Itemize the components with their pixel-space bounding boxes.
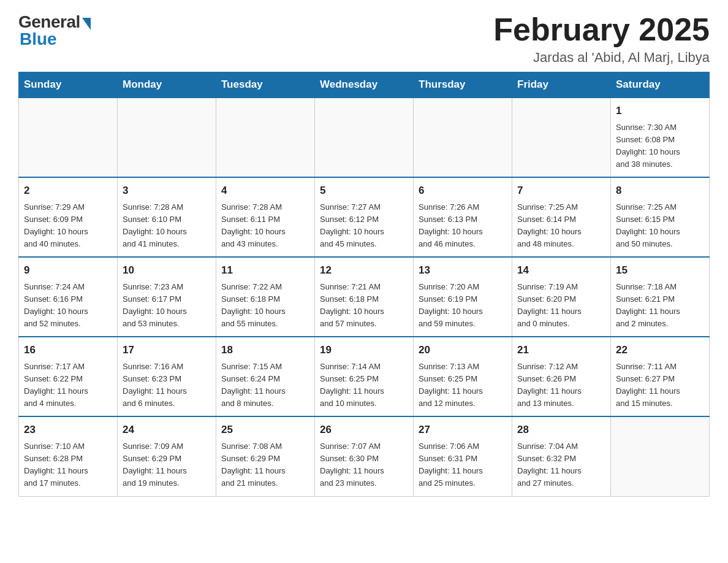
calendar-cell: 10Sunrise: 7:23 AMSunset: 6:17 PMDayligh… — [118, 257, 216, 337]
day-info: Sunrise: 7:27 AMSunset: 6:12 PMDaylight:… — [320, 201, 408, 251]
calendar-cell: 7Sunrise: 7:25 AMSunset: 6:14 PMDaylight… — [512, 177, 611, 257]
calendar-cell: 22Sunrise: 7:11 AMSunset: 6:27 PMDayligh… — [611, 337, 710, 416]
calendar-cell — [315, 98, 414, 177]
day-number: 20 — [419, 342, 507, 358]
day-info: Sunrise: 7:15 AMSunset: 6:24 PMDaylight:… — [221, 361, 309, 410]
day-info: Sunrise: 7:21 AMSunset: 6:18 PMDaylight:… — [320, 281, 408, 331]
calendar-header-saturday: Saturday — [611, 72, 710, 98]
day-number: 1 — [616, 103, 704, 119]
day-info: Sunrise: 7:04 AMSunset: 6:32 PMDaylight:… — [517, 440, 605, 490]
calendar-cell: 26Sunrise: 7:07 AMSunset: 6:30 PMDayligh… — [315, 416, 414, 496]
day-info: Sunrise: 7:24 AMSunset: 6:16 PMDaylight:… — [24, 281, 112, 331]
calendar-week-row: 23Sunrise: 7:10 AMSunset: 6:28 PMDayligh… — [19, 416, 710, 496]
day-number: 2 — [24, 183, 112, 199]
day-info: Sunrise: 7:25 AMSunset: 6:15 PMDaylight:… — [616, 201, 704, 251]
day-info: Sunrise: 7:13 AMSunset: 6:25 PMDaylight:… — [419, 361, 507, 410]
day-info: Sunrise: 7:08 AMSunset: 6:29 PMDaylight:… — [221, 440, 309, 490]
calendar-cell: 13Sunrise: 7:20 AMSunset: 6:19 PMDayligh… — [414, 257, 512, 337]
calendar-cell: 24Sunrise: 7:09 AMSunset: 6:29 PMDayligh… — [118, 416, 216, 496]
calendar-cell: 25Sunrise: 7:08 AMSunset: 6:29 PMDayligh… — [216, 416, 315, 496]
day-number: 7 — [517, 183, 605, 199]
calendar-header-thursday: Thursday — [414, 72, 512, 98]
calendar-cell: 20Sunrise: 7:13 AMSunset: 6:25 PMDayligh… — [414, 337, 512, 416]
day-number: 28 — [517, 422, 605, 438]
calendar-cell: 8Sunrise: 7:25 AMSunset: 6:15 PMDaylight… — [611, 177, 710, 257]
day-number: 16 — [24, 342, 112, 358]
calendar-header-wednesday: Wednesday — [315, 72, 414, 98]
calendar-week-row: 9Sunrise: 7:24 AMSunset: 6:16 PMDaylight… — [19, 257, 710, 337]
day-number: 23 — [24, 422, 112, 438]
calendar-body: 1Sunrise: 7:30 AMSunset: 6:08 PMDaylight… — [19, 98, 710, 496]
calendar-cell: 21Sunrise: 7:12 AMSunset: 6:26 PMDayligh… — [512, 337, 611, 416]
day-info: Sunrise: 7:14 AMSunset: 6:25 PMDaylight:… — [320, 361, 408, 410]
calendar-cell — [19, 98, 118, 177]
calendar-cell — [611, 416, 710, 496]
calendar-header-row: SundayMondayTuesdayWednesdayThursdayFrid… — [19, 72, 710, 98]
day-info: Sunrise: 7:28 AMSunset: 6:11 PMDaylight:… — [221, 201, 309, 251]
calendar-cell: 28Sunrise: 7:04 AMSunset: 6:32 PMDayligh… — [512, 416, 611, 496]
calendar-cell — [118, 98, 216, 177]
day-number: 12 — [320, 262, 408, 278]
day-info: Sunrise: 7:20 AMSunset: 6:19 PMDaylight:… — [419, 281, 507, 331]
calendar-cell: 16Sunrise: 7:17 AMSunset: 6:22 PMDayligh… — [19, 337, 118, 416]
calendar-cell: 6Sunrise: 7:26 AMSunset: 6:13 PMDaylight… — [414, 177, 512, 257]
logo-arrow-icon — [82, 18, 91, 30]
day-info: Sunrise: 7:10 AMSunset: 6:28 PMDaylight:… — [24, 440, 112, 490]
calendar-week-row: 16Sunrise: 7:17 AMSunset: 6:22 PMDayligh… — [19, 337, 710, 416]
day-number: 14 — [517, 262, 605, 278]
day-info: Sunrise: 7:16 AMSunset: 6:23 PMDaylight:… — [123, 361, 211, 410]
day-number: 9 — [24, 262, 112, 278]
page-header: General Blue February 2025 Jardas al 'Ab… — [18, 12, 710, 66]
day-number: 15 — [616, 262, 704, 278]
day-info: Sunrise: 7:26 AMSunset: 6:13 PMDaylight:… — [419, 201, 507, 251]
calendar-cell — [414, 98, 512, 177]
calendar-header-friday: Friday — [512, 72, 611, 98]
day-number: 27 — [419, 422, 507, 438]
calendar-cell: 23Sunrise: 7:10 AMSunset: 6:28 PMDayligh… — [19, 416, 118, 496]
day-number: 26 — [320, 422, 408, 438]
calendar-table: SundayMondayTuesdayWednesdayThursdayFrid… — [18, 72, 710, 496]
day-info: Sunrise: 7:06 AMSunset: 6:31 PMDaylight:… — [419, 440, 507, 490]
day-info: Sunrise: 7:18 AMSunset: 6:21 PMDaylight:… — [616, 281, 704, 331]
calendar-cell: 3Sunrise: 7:28 AMSunset: 6:10 PMDaylight… — [118, 177, 216, 257]
day-number: 24 — [123, 422, 211, 438]
day-number: 22 — [616, 342, 704, 358]
calendar-cell: 5Sunrise: 7:27 AMSunset: 6:12 PMDaylight… — [315, 177, 414, 257]
day-info: Sunrise: 7:19 AMSunset: 6:20 PMDaylight:… — [517, 281, 605, 331]
day-number: 21 — [517, 342, 605, 358]
calendar-cell: 4Sunrise: 7:28 AMSunset: 6:11 PMDaylight… — [216, 177, 315, 257]
calendar-cell: 11Sunrise: 7:22 AMSunset: 6:18 PMDayligh… — [216, 257, 315, 337]
day-info: Sunrise: 7:22 AMSunset: 6:18 PMDaylight:… — [221, 281, 309, 331]
day-info: Sunrise: 7:29 AMSunset: 6:09 PMDaylight:… — [24, 201, 112, 251]
calendar-header-sunday: Sunday — [19, 72, 118, 98]
day-number: 11 — [221, 262, 309, 278]
day-number: 19 — [320, 342, 408, 358]
day-number: 3 — [123, 183, 211, 199]
day-info: Sunrise: 7:11 AMSunset: 6:27 PMDaylight:… — [616, 361, 704, 410]
day-number: 18 — [221, 342, 309, 358]
calendar-cell: 19Sunrise: 7:14 AMSunset: 6:25 PMDayligh… — [315, 337, 414, 416]
calendar-cell — [512, 98, 611, 177]
day-number: 4 — [221, 183, 309, 199]
day-number: 6 — [419, 183, 507, 199]
logo-blue-text: Blue — [20, 29, 57, 49]
calendar-header-tuesday: Tuesday — [216, 72, 315, 98]
calendar-cell: 27Sunrise: 7:06 AMSunset: 6:31 PMDayligh… — [414, 416, 512, 496]
day-info: Sunrise: 7:07 AMSunset: 6:30 PMDaylight:… — [320, 440, 408, 490]
calendar-cell: 9Sunrise: 7:24 AMSunset: 6:16 PMDaylight… — [19, 257, 118, 337]
day-info: Sunrise: 7:12 AMSunset: 6:26 PMDaylight:… — [517, 361, 605, 410]
month-title: February 2025 — [493, 12, 710, 47]
title-block: February 2025 Jardas al 'Abid, Al Marj, … — [493, 12, 710, 66]
calendar-week-row: 1Sunrise: 7:30 AMSunset: 6:08 PMDaylight… — [19, 98, 710, 177]
day-number: 25 — [221, 422, 309, 438]
day-number: 13 — [419, 262, 507, 278]
day-info: Sunrise: 7:28 AMSunset: 6:10 PMDaylight:… — [123, 201, 211, 251]
calendar-cell: 17Sunrise: 7:16 AMSunset: 6:23 PMDayligh… — [118, 337, 216, 416]
calendar-cell: 12Sunrise: 7:21 AMSunset: 6:18 PMDayligh… — [315, 257, 414, 337]
day-number: 10 — [123, 262, 211, 278]
calendar-cell: 15Sunrise: 7:18 AMSunset: 6:21 PMDayligh… — [611, 257, 710, 337]
day-info: Sunrise: 7:30 AMSunset: 6:08 PMDaylight:… — [616, 121, 704, 171]
calendar-cell: 18Sunrise: 7:15 AMSunset: 6:24 PMDayligh… — [216, 337, 315, 416]
calendar-cell: 1Sunrise: 7:30 AMSunset: 6:08 PMDaylight… — [611, 98, 710, 177]
day-number: 5 — [320, 183, 408, 199]
